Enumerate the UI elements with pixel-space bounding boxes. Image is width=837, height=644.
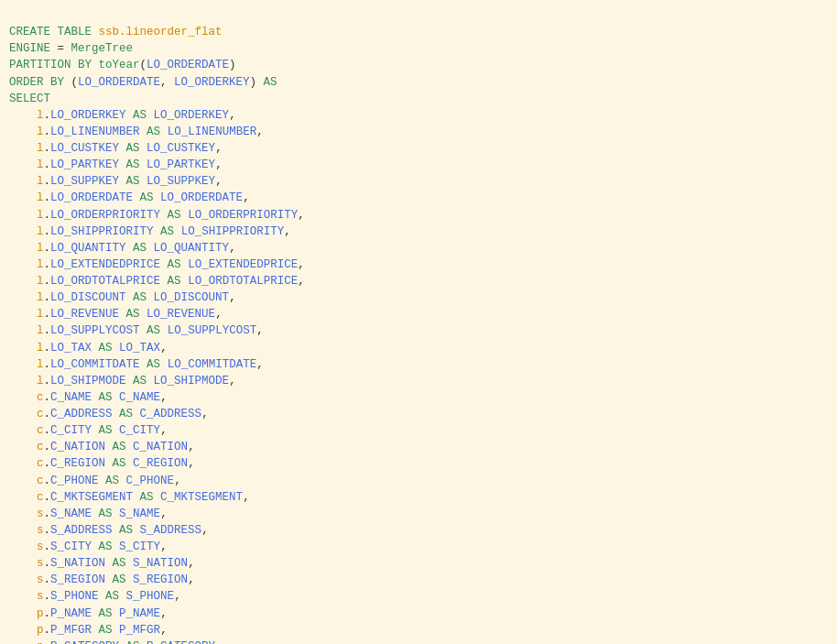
prefix-c-1: c — [37, 391, 44, 404]
col-c-2: C_ADDRESS — [50, 408, 113, 420]
alias-c1: C_NAME — [119, 391, 160, 404]
col-l-7: LO_ORDERPRIORITY — [50, 209, 160, 222]
as-7: AS — [168, 209, 181, 222]
as-14: AS — [147, 324, 160, 337]
col-l-15: LO_TAX — [50, 342, 92, 355]
col-l-17: LO_SHIPMODE — [50, 375, 126, 387]
prefix-l-17: l — [37, 375, 44, 387]
alias-s3: S_CITY — [119, 540, 160, 553]
col-s-4: S_NATION — [50, 557, 105, 570]
alias-c6: C_PHONE — [126, 475, 175, 487]
alias-4: LO_PARTKEY — [147, 158, 215, 171]
as-15: AS — [99, 342, 113, 355]
col-c-3: C_CITY — [50, 424, 92, 437]
col-s-3: S_CITY — [50, 540, 92, 553]
col-l-1: LO_ORDERKEY — [50, 109, 126, 122]
prefix-l-10: l — [37, 258, 44, 271]
alias-c4: C_NATION — [133, 441, 188, 453]
alias-p2: P_MFGR — [119, 624, 160, 637]
prefix-l-2: l — [37, 126, 44, 138]
prefix-c-7: c — [37, 491, 44, 504]
col-l-14: LO_SUPPLYCOST — [50, 324, 140, 337]
prefix-l-15: l — [37, 342, 44, 355]
col-l-16: LO_COMMITDATE — [50, 358, 140, 371]
prefix-c-5: c — [37, 457, 44, 470]
as-p2: AS — [99, 624, 113, 637]
as-4: AS — [126, 158, 140, 171]
as-s1: AS — [99, 508, 113, 520]
as-s6: AS — [105, 590, 119, 603]
select-keyword: SELECT — [9, 93, 50, 105]
as-3: AS — [126, 142, 140, 155]
alias-c3: C_CITY — [119, 424, 160, 437]
col-s-2: S_ADDRESS — [50, 524, 113, 537]
as-11: AS — [168, 275, 181, 288]
prefix-s-4: s — [37, 557, 44, 570]
alias-c5: C_REGION — [133, 457, 188, 470]
alias-s6: S_PHONE — [126, 590, 175, 603]
prefix-l-11: l — [37, 275, 44, 288]
col-c-4: C_NATION — [50, 441, 105, 453]
col-c-6: C_PHONE — [50, 475, 99, 487]
as-c6: AS — [105, 475, 119, 487]
col-p-3: P_CATEGORY — [50, 640, 119, 644]
alias-12: LO_DISCOUNT — [154, 291, 230, 304]
as-17: AS — [133, 375, 147, 387]
engine-keyword: ENGINE — [9, 42, 50, 55]
alias-14: LO_SUPPLYCOST — [168, 324, 257, 337]
col-p-2: P_MFGR — [50, 624, 92, 637]
code-container: CREATE TABLE ssb.lineorder_flat ENGINE =… — [9, 7, 828, 644]
alias-s1: S_NAME — [119, 508, 160, 520]
col-l-4: LO_PARTKEY — [50, 158, 119, 171]
alias-2: LO_LINENUMBER — [168, 126, 257, 138]
as-c2: AS — [119, 408, 133, 420]
as-c1: AS — [99, 391, 113, 404]
col-s-5: S_REGION — [50, 573, 105, 586]
prefix-s-6: s — [37, 590, 44, 603]
col-l-5: LO_SUPPKEY — [50, 175, 119, 188]
prefix-s-1: s — [37, 508, 44, 520]
alias-p1: P_NAME — [119, 607, 160, 620]
orderby-col1: LO_ORDERDATE — [78, 76, 160, 89]
prefix-l-1: l — [37, 109, 44, 122]
alias-s4: S_NATION — [133, 557, 188, 570]
col-l-13: LO_REVENUE — [50, 308, 119, 321]
alias-11: LO_ORDTOTALPRICE — [188, 275, 298, 288]
as-16: AS — [147, 358, 160, 371]
alias-c2: C_ADDRESS — [140, 408, 202, 420]
prefix-l-9: l — [37, 242, 44, 255]
as-p3: AS — [126, 640, 140, 644]
orderby-keyword: ORDER BY — [9, 76, 64, 89]
alias-s2: S_ADDRESS — [140, 524, 202, 537]
prefix-l-3: l — [37, 142, 44, 155]
col-l-12: LO_DISCOUNT — [50, 291, 126, 304]
col-s-6: S_PHONE — [50, 590, 99, 603]
as-c3: AS — [99, 424, 113, 437]
alias-5: LO_SUPPKEY — [147, 175, 215, 188]
col-c-7: C_MKTSEGMENT — [50, 491, 133, 504]
as-5: AS — [126, 175, 140, 188]
prefix-l-6: l — [37, 191, 44, 204]
as-6: AS — [140, 191, 154, 204]
as-1: AS — [133, 109, 147, 122]
alias-10: LO_EXTENDEDPRICE — [188, 258, 298, 271]
as-2: AS — [147, 126, 160, 138]
prefix-c-6: c — [37, 475, 44, 487]
col-c-1: C_NAME — [50, 391, 92, 404]
as-s5: AS — [113, 573, 126, 586]
engine-value: MergeTree — [71, 42, 134, 55]
alias-15: LO_TAX — [119, 342, 160, 355]
alias-8: LO_SHIPPRIORITY — [181, 225, 285, 238]
as-c7: AS — [140, 491, 154, 504]
partition-fn: toYear — [99, 59, 140, 71]
as-p1: AS — [99, 607, 113, 620]
prefix-p-3: p — [37, 640, 44, 644]
col-p-1: P_NAME — [50, 607, 92, 620]
col-l-2: LO_LINENUMBER — [50, 126, 140, 138]
orderby-col2: LO_ORDERKEY — [174, 76, 250, 89]
prefix-l-8: l — [37, 225, 44, 238]
as-13: AS — [126, 308, 140, 321]
prefix-l-12: l — [37, 291, 44, 304]
col-l-3: LO_CUSTKEY — [50, 142, 119, 155]
prefix-p-2: p — [37, 624, 44, 637]
